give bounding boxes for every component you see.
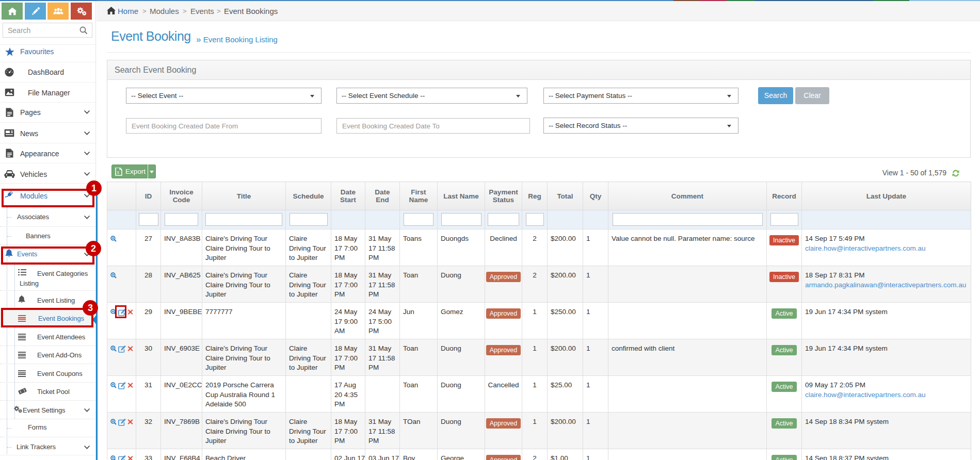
svg-text:x: x — [117, 170, 119, 175]
